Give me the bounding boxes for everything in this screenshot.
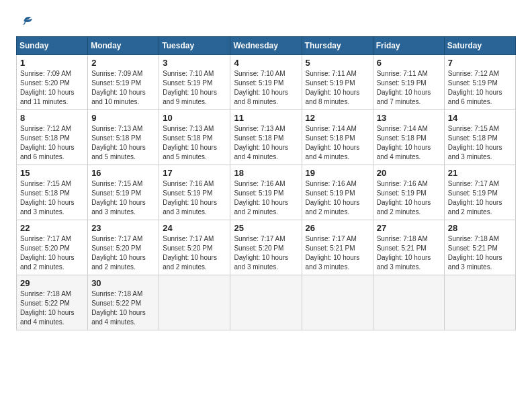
day-number: 12 [306,113,369,123]
calendar-cell [444,275,515,330]
day-info: Sunrise: 7:11 AM Sunset: 5:19 PM Dayligh… [377,69,441,107]
calendar-cell: 25Sunrise: 7:17 AM Sunset: 5:20 PM Dayli… [230,220,302,275]
calendar-cell: 24Sunrise: 7:17 AM Sunset: 5:20 PM Dayli… [159,220,230,275]
calendar-cell: 1Sunrise: 7:09 AM Sunset: 5:20 PM Daylig… [17,55,88,110]
calendar-cell [302,275,373,330]
day-info: Sunrise: 7:17 AM Sunset: 5:20 PM Dayligh… [163,234,226,272]
day-info: Sunrise: 7:15 AM Sunset: 5:19 PM Dayligh… [91,179,155,217]
calendar-cell: 3Sunrise: 7:10 AM Sunset: 5:19 PM Daylig… [159,55,230,110]
day-number: 19 [306,168,369,178]
day-number: 13 [377,113,441,123]
calendar-cell: 12Sunrise: 7:14 AM Sunset: 5:18 PM Dayli… [302,110,373,165]
col-header-tuesday: Tuesday [159,37,230,55]
day-info: Sunrise: 7:17 AM Sunset: 5:20 PM Dayligh… [91,234,155,272]
day-info: Sunrise: 7:13 AM Sunset: 5:18 PM Dayligh… [163,124,226,162]
day-number: 28 [448,223,512,233]
calendar-cell: 10Sunrise: 7:13 AM Sunset: 5:18 PM Dayli… [159,110,230,165]
day-number: 14 [448,113,512,123]
day-number: 27 [377,223,441,233]
logo-bird-icon [16,13,35,32]
day-number: 10 [163,113,226,123]
day-info: Sunrise: 7:16 AM Sunset: 5:19 PM Dayligh… [234,179,298,217]
day-number: 26 [306,223,369,233]
calendar-cell [373,275,444,330]
calendar-cell: 21Sunrise: 7:17 AM Sunset: 5:19 PM Dayli… [444,165,515,220]
day-number: 2 [91,58,155,68]
day-info: Sunrise: 7:09 AM Sunset: 5:20 PM Dayligh… [20,69,84,107]
calendar-cell: 11Sunrise: 7:13 AM Sunset: 5:18 PM Dayli… [230,110,302,165]
day-number: 17 [163,168,226,178]
calendar-cell: 23Sunrise: 7:17 AM Sunset: 5:20 PM Dayli… [88,220,159,275]
day-info: Sunrise: 7:18 AM Sunset: 5:22 PM Dayligh… [91,289,155,327]
col-header-friday: Friday [373,37,444,55]
calendar-cell: 29Sunrise: 7:18 AM Sunset: 5:22 PM Dayli… [17,275,88,330]
day-info: Sunrise: 7:14 AM Sunset: 5:18 PM Dayligh… [377,124,441,162]
day-info: Sunrise: 7:15 AM Sunset: 5:18 PM Dayligh… [20,179,84,217]
day-number: 1 [20,58,84,68]
day-info: Sunrise: 7:13 AM Sunset: 5:18 PM Dayligh… [91,124,155,162]
day-info: Sunrise: 7:10 AM Sunset: 5:19 PM Dayligh… [163,69,226,107]
calendar-cell: 22Sunrise: 7:17 AM Sunset: 5:20 PM Dayli… [17,220,88,275]
day-number: 18 [234,168,298,178]
day-info: Sunrise: 7:17 AM Sunset: 5:20 PM Dayligh… [20,234,84,272]
day-number: 30 [91,278,155,288]
day-info: Sunrise: 7:15 AM Sunset: 5:18 PM Dayligh… [448,124,512,162]
day-number: 23 [91,223,155,233]
day-number: 11 [234,113,298,123]
day-info: Sunrise: 7:16 AM Sunset: 5:19 PM Dayligh… [163,179,226,217]
calendar-week-1: 1Sunrise: 7:09 AM Sunset: 5:20 PM Daylig… [17,55,516,110]
day-info: Sunrise: 7:18 AM Sunset: 5:21 PM Dayligh… [448,234,512,272]
day-number: 4 [234,58,298,68]
col-header-wednesday: Wednesday [230,37,302,55]
day-number: 20 [377,168,441,178]
day-info: Sunrise: 7:11 AM Sunset: 5:19 PM Dayligh… [306,69,369,107]
day-number: 29 [20,278,84,288]
day-number: 5 [306,58,369,68]
calendar-body: 1Sunrise: 7:09 AM Sunset: 5:20 PM Daylig… [17,55,516,330]
calendar-cell: 26Sunrise: 7:17 AM Sunset: 5:21 PM Dayli… [302,220,373,275]
day-number: 16 [91,168,155,178]
day-number: 21 [448,168,512,178]
day-number: 24 [163,223,226,233]
calendar-cell: 18Sunrise: 7:16 AM Sunset: 5:19 PM Dayli… [230,165,302,220]
day-number: 22 [20,223,84,233]
day-number: 9 [91,113,155,123]
calendar-week-2: 8Sunrise: 7:12 AM Sunset: 5:18 PM Daylig… [17,110,516,165]
calendar-cell: 2Sunrise: 7:09 AM Sunset: 5:19 PM Daylig… [88,55,159,110]
day-info: Sunrise: 7:18 AM Sunset: 5:22 PM Dayligh… [20,289,84,327]
day-info: Sunrise: 7:13 AM Sunset: 5:18 PM Dayligh… [234,124,298,162]
logo [16,13,35,32]
day-info: Sunrise: 7:12 AM Sunset: 5:18 PM Dayligh… [20,124,84,162]
calendar-cell: 6Sunrise: 7:11 AM Sunset: 5:19 PM Daylig… [373,55,444,110]
col-header-sunday: Sunday [17,37,88,55]
calendar-cell: 13Sunrise: 7:14 AM Sunset: 5:18 PM Dayli… [373,110,444,165]
calendar-cell: 27Sunrise: 7:18 AM Sunset: 5:21 PM Dayli… [373,220,444,275]
day-number: 7 [448,58,512,68]
calendar-cell: 30Sunrise: 7:18 AM Sunset: 5:22 PM Dayli… [88,275,159,330]
day-number: 6 [377,58,441,68]
calendar-cell: 7Sunrise: 7:12 AM Sunset: 5:19 PM Daylig… [444,55,515,110]
calendar-cell: 14Sunrise: 7:15 AM Sunset: 5:18 PM Dayli… [444,110,515,165]
calendar-header-row: SundayMondayTuesdayWednesdayThursdayFrid… [17,37,516,55]
header [16,13,516,32]
calendar-cell: 20Sunrise: 7:16 AM Sunset: 5:19 PM Dayli… [373,165,444,220]
day-info: Sunrise: 7:16 AM Sunset: 5:19 PM Dayligh… [377,179,441,217]
calendar-cell [159,275,230,330]
calendar-cell: 17Sunrise: 7:16 AM Sunset: 5:19 PM Dayli… [159,165,230,220]
calendar-cell: 28Sunrise: 7:18 AM Sunset: 5:21 PM Dayli… [444,220,515,275]
col-header-monday: Monday [88,37,159,55]
calendar-week-5: 29Sunrise: 7:18 AM Sunset: 5:22 PM Dayli… [17,275,516,330]
calendar-week-3: 15Sunrise: 7:15 AM Sunset: 5:18 PM Dayli… [17,165,516,220]
day-info: Sunrise: 7:09 AM Sunset: 5:19 PM Dayligh… [91,69,155,107]
day-number: 8 [20,113,84,123]
day-info: Sunrise: 7:14 AM Sunset: 5:18 PM Dayligh… [306,124,369,162]
calendar-cell: 16Sunrise: 7:15 AM Sunset: 5:19 PM Dayli… [88,165,159,220]
day-info: Sunrise: 7:10 AM Sunset: 5:19 PM Dayligh… [234,69,298,107]
day-info: Sunrise: 7:17 AM Sunset: 5:20 PM Dayligh… [234,234,298,272]
day-number: 25 [234,223,298,233]
day-info: Sunrise: 7:16 AM Sunset: 5:19 PM Dayligh… [306,179,369,217]
calendar-cell: 4Sunrise: 7:10 AM Sunset: 5:19 PM Daylig… [230,55,302,110]
calendar-cell: 19Sunrise: 7:16 AM Sunset: 5:19 PM Dayli… [302,165,373,220]
calendar-table: SundayMondayTuesdayWednesdayThursdayFrid… [16,36,516,330]
calendar-week-4: 22Sunrise: 7:17 AM Sunset: 5:20 PM Dayli… [17,220,516,275]
